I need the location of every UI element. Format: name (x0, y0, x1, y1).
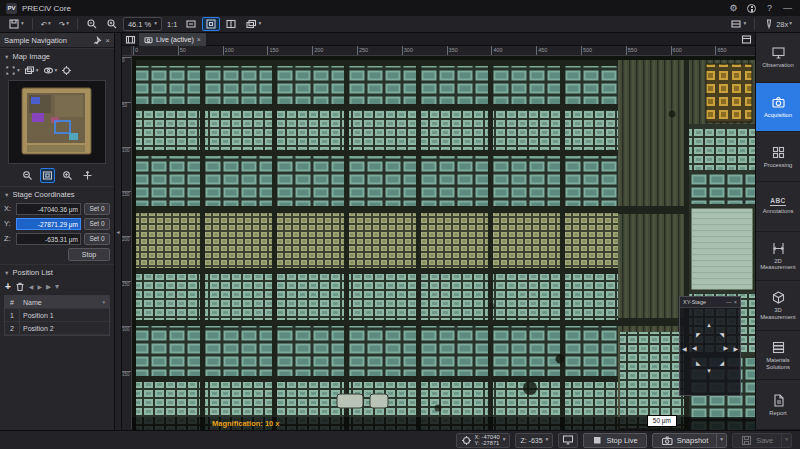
x-set-zero-button[interactable]: Set 0 (84, 203, 110, 215)
ruler-left: 050100150200250300350 (122, 56, 132, 430)
name-header-label: Name (23, 299, 42, 306)
section-expand-icon: ▼ (4, 192, 9, 198)
actual-size-button[interactable]: 1:1 (164, 17, 180, 31)
zoom-in-button[interactable] (103, 17, 121, 31)
sidebar-item-2d-measurement[interactable]: 2D Measurement (756, 232, 800, 282)
magnification-overlay: Magnification: 10 x (212, 419, 280, 428)
split-view-button[interactable] (222, 17, 240, 31)
help-icon[interactable]: ? (763, 0, 776, 16)
z-set-zero-button[interactable]: Set 0 (84, 233, 110, 245)
stage-move-down-left-icon[interactable]: ◣ (696, 360, 701, 366)
map-thumbnail[interactable] (8, 80, 106, 164)
y-coordinate-field[interactable]: -27871.29 μm (16, 218, 81, 230)
position-name: Position 2 (20, 325, 109, 332)
stage-z-dropdown[interactable]: Z: -635 ▾ (515, 433, 553, 448)
column-header-number[interactable]: # (5, 296, 20, 308)
sample-navigation-header: Sample Navigation × (0, 33, 114, 48)
zoom-out-button[interactable] (83, 17, 101, 31)
stage-stop-button[interactable]: Stop (68, 248, 110, 261)
delete-position-icon[interactable] (15, 281, 25, 292)
thumb-zoom-out-button[interactable] (20, 168, 35, 183)
overview-navigator-toggle[interactable] (202, 17, 220, 31)
export-button[interactable]: ▾ (5, 17, 27, 31)
position-row[interactable]: 1 Position 1 (5, 309, 109, 322)
target-position-button[interactable] (60, 64, 73, 77)
x-coordinate-field[interactable]: -47040.36 μm (16, 203, 81, 215)
stop-live-button[interactable]: Stop Live (583, 433, 646, 448)
sample-overview-image (11, 83, 103, 161)
live-tab[interactable]: Live (active) × (139, 33, 206, 46)
map-layers-button[interactable]: ▾ (23, 64, 40, 77)
column-header-name[interactable]: Name ▼ (20, 299, 109, 306)
sidebar-item-observation[interactable]: Observation (756, 33, 800, 83)
redo-button[interactable]: ↷ ▾ (56, 17, 72, 31)
ruler-tick: 300 (402, 46, 413, 56)
prev-position-icon[interactable]: ◀ (29, 282, 34, 292)
stage-move-right-icon[interactable]: ▶ (723, 345, 728, 351)
xy-stage-panel[interactable]: XY-Stage — × ◀ ▶ ▲ ▼ ◀ ▶ ◤ ◥ ◣ ◢ (679, 296, 741, 396)
save-dropdown[interactable]: ▾ (781, 434, 791, 447)
display-on-monitor-button[interactable] (558, 433, 578, 448)
sidebar-item-report[interactable]: Report (756, 380, 800, 430)
viewer-options-icon[interactable] (741, 34, 752, 45)
next-position-icon[interactable]: ▶ (37, 282, 42, 292)
save-button[interactable]: Save ▾ (732, 433, 792, 448)
stage-move-up-icon[interactable]: ▲ (706, 322, 712, 328)
live-image-canvas[interactable]: Magnification: 10 x 50 μm XY-Stage — × ◀… (132, 56, 755, 430)
thumb-move-stage-button[interactable] (80, 168, 95, 183)
undo-button[interactable]: ↶ ▾ (38, 17, 54, 31)
filter-icon[interactable]: ▼ (102, 300, 106, 305)
stage-xy-dropdown[interactable]: X: -47040 Y: -27871 ▾ (456, 433, 511, 448)
sidebar-item-3d-measurement[interactable]: 3D Measurement (756, 281, 800, 331)
zoom-level-dropdown[interactable]: 46.1 % ▾ (123, 17, 162, 31)
sidebar-item-annotations[interactable]: ABC Annotations (756, 182, 800, 232)
thumb-fit-button[interactable] (40, 168, 55, 183)
pin-icon[interactable] (93, 36, 102, 45)
stage-move-down-right-icon[interactable]: ◢ (719, 360, 724, 366)
stage-step-right-icon[interactable]: ▶ (733, 346, 738, 352)
stage-coordinates-section-header[interactable]: ▼ Stage Coordinates (0, 186, 114, 201)
objective-magnification-value: 28x (776, 20, 788, 29)
stage-move-down-icon[interactable]: ▼ (706, 368, 712, 374)
z-readout: Z: -635 (520, 437, 542, 444)
minimize-icon[interactable]: — (781, 0, 794, 16)
stop-icon (592, 435, 602, 445)
visibility-button[interactable]: ▾ (42, 64, 59, 77)
map-image-section-header[interactable]: ▼ Map Image (0, 48, 114, 63)
sidebar-item-processing[interactable]: Processing (756, 132, 800, 182)
snapshot-dropdown[interactable]: ▾ (716, 434, 726, 447)
goto-position-play-icon[interactable]: ▶ (46, 282, 51, 292)
sidebar-item-acquisition[interactable]: Acquisition (756, 83, 800, 133)
objective-magnification-dropdown[interactable]: 28x ▾ (760, 17, 795, 31)
stage-move-up-right-icon[interactable]: ◥ (719, 332, 724, 338)
xy-stage-minimize-icon[interactable]: — (726, 299, 732, 305)
panel-collapse-handle[interactable]: ◂ (115, 33, 122, 430)
ruler-tick: 350 (122, 371, 132, 377)
stage-move-up-left-icon[interactable]: ◤ (696, 332, 701, 338)
select-region-button[interactable]: ▾ (4, 64, 21, 77)
position-row[interactable]: 2 Position 2 (5, 322, 109, 335)
stage-coordinates-title: Stage Coordinates (12, 190, 74, 199)
z-coordinate-field[interactable]: -635.31 μm (16, 233, 81, 245)
stage-move-left-icon[interactable]: ◀ (692, 345, 697, 351)
snapshot-caret-icon: ▾ (720, 437, 723, 443)
position-options-caret-icon[interactable]: ▾ (55, 282, 59, 292)
add-position-button[interactable]: + (5, 282, 11, 292)
stage-step-left-icon[interactable]: ◀ (682, 346, 687, 352)
layers-button[interactable]: ▾ (242, 17, 264, 31)
xy-stage-close-icon[interactable]: × (734, 299, 737, 305)
tab-close-icon[interactable]: × (197, 36, 201, 43)
fit-to-screen-button[interactable] (182, 17, 200, 31)
thumb-zoom-in-button[interactable] (60, 168, 75, 183)
materials-solutions-icon (771, 340, 786, 355)
sidebar-item-materials-solutions[interactable]: Materials Solutions (756, 331, 800, 381)
screen-layout-button[interactable]: ▾ (727, 17, 749, 31)
sidebar-item-label: Materials Solutions (756, 357, 800, 370)
info-icon[interactable] (747, 4, 756, 13)
y-set-zero-button[interactable]: Set 0 (84, 218, 110, 230)
snapshot-button[interactable]: Snapshot ▾ (652, 433, 727, 448)
position-list-section-header[interactable]: ▼ Position List (0, 264, 114, 279)
snapshot-camera-icon (661, 435, 673, 446)
settings-gear-icon[interactable]: ⚙ (727, 0, 740, 16)
panel-close-icon[interactable]: × (105, 36, 110, 45)
